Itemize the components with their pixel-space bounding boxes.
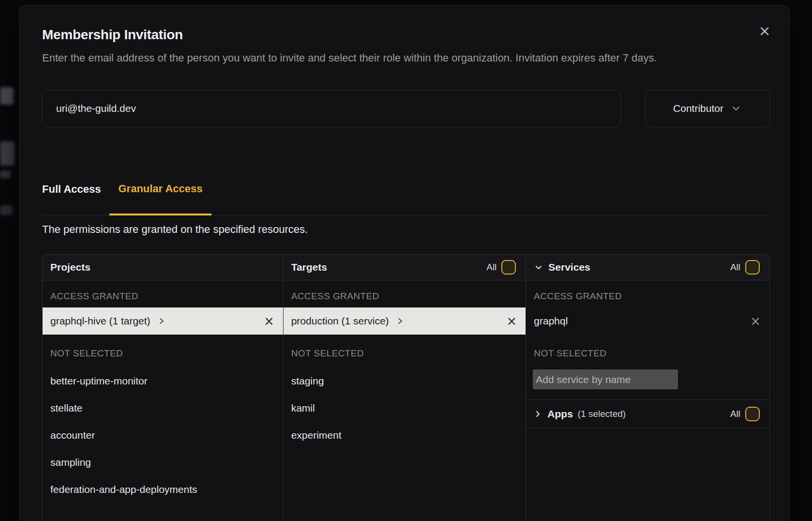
targets-all-checkbox[interactable] bbox=[501, 260, 516, 275]
services-header-label: Services bbox=[548, 261, 590, 273]
remove-target-icon[interactable]: × bbox=[506, 315, 518, 327]
tab-full-access[interactable]: Full Access bbox=[42, 183, 101, 215]
resource-permissions-table: Projects ACCESS GRANTED graphql-hive (1 … bbox=[42, 254, 770, 521]
list-item[interactable]: federation-and-app-deployments bbox=[43, 476, 283, 503]
services-all-checkbox[interactable] bbox=[745, 260, 760, 275]
page-title: Membership Invitation bbox=[42, 27, 770, 43]
chevron-right-icon bbox=[533, 409, 542, 419]
services-column: Services All ACCESS GRANTED graphql × NO… bbox=[526, 255, 769, 521]
chevron-down-icon bbox=[534, 262, 543, 272]
list-item[interactable]: accounter bbox=[43, 422, 283, 449]
projects-column-header: Projects bbox=[43, 255, 283, 280]
all-label: All bbox=[730, 409, 740, 419]
chevron-right-icon bbox=[157, 317, 166, 325]
granted-target-row[interactable]: production (1 service) × bbox=[284, 307, 526, 335]
background-content-blur bbox=[0, 141, 15, 166]
granted-service-label: graphql bbox=[534, 315, 568, 327]
tab-granular-access[interactable]: Granular Access bbox=[109, 183, 211, 215]
targets-header-label: Targets bbox=[291, 261, 327, 273]
membership-invitation-modal: × Membership Invitation Enter the email … bbox=[19, 5, 790, 521]
all-label: All bbox=[486, 262, 496, 273]
apps-selected-count: (1 selected) bbox=[578, 409, 626, 419]
targets-column: Targets All ACCESS GRANTED production (1… bbox=[284, 255, 526, 521]
apps-all-checkbox[interactable] bbox=[745, 407, 760, 421]
chevron-down-icon bbox=[730, 103, 742, 114]
chevron-right-icon bbox=[396, 317, 405, 325]
close-icon[interactable]: × bbox=[756, 23, 773, 39]
access-granted-label: ACCESS GRANTED bbox=[534, 287, 769, 306]
granted-project-row[interactable]: graphql-hive (1 target) × bbox=[43, 307, 283, 335]
role-select[interactable]: Contributor bbox=[645, 90, 770, 127]
list-item[interactable]: stellate bbox=[43, 395, 283, 422]
all-label: All bbox=[730, 262, 740, 273]
invite-form-row: Contributor bbox=[42, 90, 770, 127]
not-selected-label: NOT SELECTED bbox=[50, 344, 283, 363]
modal-content: × Membership Invitation Enter the email … bbox=[19, 5, 789, 521]
not-selected-label: NOT SELECTED bbox=[534, 344, 769, 363]
apps-select-all[interactable]: All bbox=[730, 407, 760, 421]
background-content-blur bbox=[0, 87, 14, 105]
apps-section-row[interactable]: Apps (1 selected) All bbox=[526, 400, 769, 429]
list-item[interactable]: experiment bbox=[284, 422, 526, 449]
apps-section-label: Apps bbox=[547, 408, 573, 420]
list-item[interactable]: kamil bbox=[284, 395, 526, 422]
granted-target-label: production (1 service) bbox=[291, 315, 389, 327]
granted-service-row[interactable]: graphql × bbox=[526, 307, 769, 335]
access-tabs: Full Access Granular Access bbox=[42, 183, 770, 215]
targets-not-selected-list: staging kamil experiment bbox=[284, 368, 526, 449]
services-column-header[interactable]: Services All bbox=[526, 255, 769, 280]
list-item[interactable]: staging bbox=[284, 368, 526, 395]
background-content-blur bbox=[0, 205, 13, 215]
projects-column: Projects ACCESS GRANTED graphql-hive (1 … bbox=[43, 255, 284, 521]
add-service-input[interactable] bbox=[533, 369, 678, 389]
projects-header-label: Projects bbox=[50, 261, 90, 273]
list-item[interactable]: better-uptime-monitor bbox=[43, 368, 283, 395]
targets-select-all[interactable]: All bbox=[486, 260, 516, 275]
remove-service-icon[interactable]: × bbox=[749, 315, 762, 327]
targets-column-header: Targets All bbox=[284, 255, 526, 280]
remove-project-icon[interactable]: × bbox=[263, 315, 275, 327]
role-select-value: Contributor bbox=[673, 103, 723, 114]
granted-project-label: graphql-hive (1 target) bbox=[50, 315, 150, 327]
list-item[interactable]: sampling bbox=[43, 449, 283, 476]
background-content-blur bbox=[0, 170, 11, 178]
modal-description: Enter the email address of the person yo… bbox=[42, 49, 770, 67]
access-granted-label: ACCESS GRANTED bbox=[50, 287, 283, 306]
services-select-all[interactable]: All bbox=[730, 260, 760, 275]
permissions-note: The permissions are granted on the speci… bbox=[42, 223, 770, 236]
not-selected-label: NOT SELECTED bbox=[291, 344, 526, 363]
access-granted-label: ACCESS GRANTED bbox=[291, 287, 526, 306]
projects-not-selected-list: better-uptime-monitor stellate accounter… bbox=[43, 368, 283, 503]
email-field[interactable] bbox=[42, 90, 621, 127]
